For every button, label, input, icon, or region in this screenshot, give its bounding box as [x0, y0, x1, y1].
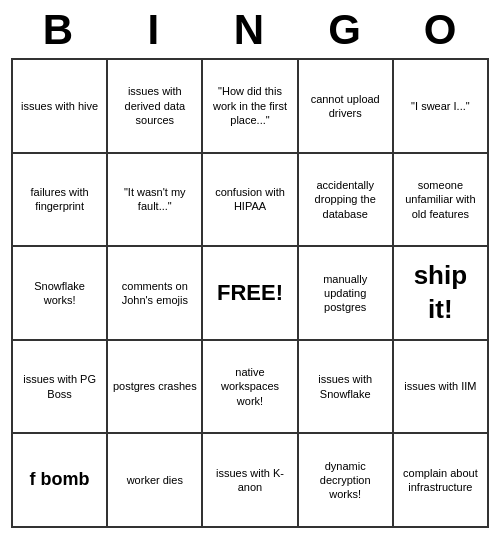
bingo-cell: someone unfamiliar with old features [394, 154, 489, 248]
bingo-card: B I N G O issues with hiveissues with de… [5, 0, 495, 534]
bingo-cell: comments on John's emojis [108, 247, 203, 341]
bingo-cell: accidentally dropping the database [299, 154, 394, 248]
bingo-cell: issues with IIM [394, 341, 489, 435]
bingo-cell: "How did this work in the first place...… [203, 60, 298, 154]
title-letter-i: I [107, 6, 203, 54]
bingo-cell: manually updating postgres [299, 247, 394, 341]
bingo-cell: issues with derived data sources [108, 60, 203, 154]
bingo-cell: ship it! [394, 247, 489, 341]
bingo-cell: worker dies [108, 434, 203, 528]
bingo-cell: postgres crashes [108, 341, 203, 435]
title-letter-n: N [202, 6, 298, 54]
bingo-cell: f bomb [13, 434, 108, 528]
bingo-cell: Snowflake works! [13, 247, 108, 341]
bingo-cell: cannot upload drivers [299, 60, 394, 154]
bingo-title: B I N G O [11, 6, 489, 54]
bingo-cell: FREE! [203, 247, 298, 341]
bingo-cell: issues with K-anon [203, 434, 298, 528]
bingo-cell: native workspaces work! [203, 341, 298, 435]
bingo-cell: dynamic decryption works! [299, 434, 394, 528]
bingo-cell: "I swear I..." [394, 60, 489, 154]
bingo-cell: failures with fingerprint [13, 154, 108, 248]
bingo-cell: "It wasn't my fault..." [108, 154, 203, 248]
title-letter-b: B [11, 6, 107, 54]
bingo-cell: issues with PG Boss [13, 341, 108, 435]
bingo-cell: issues with hive [13, 60, 108, 154]
title-letter-g: G [298, 6, 394, 54]
bingo-cell: complain about infrastructure [394, 434, 489, 528]
title-letter-o: O [393, 6, 489, 54]
bingo-cell: issues with Snowflake [299, 341, 394, 435]
bingo-cell: confusion with HIPAA [203, 154, 298, 248]
bingo-grid: issues with hiveissues with derived data… [11, 58, 489, 528]
